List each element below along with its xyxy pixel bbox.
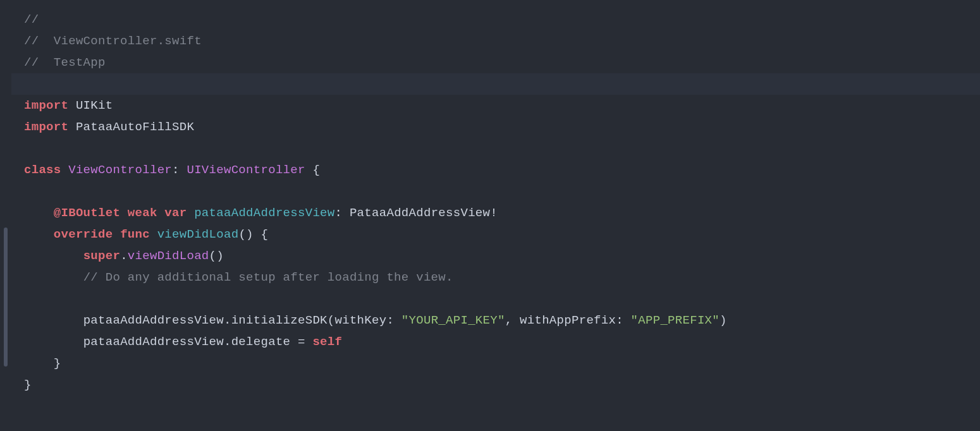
punctuation: :: [172, 163, 180, 177]
super-class: UIViewController: [187, 163, 305, 177]
module-name: PataaAutoFillSDK: [76, 120, 194, 134]
code-line: import PataaAutoFillSDK: [24, 116, 980, 138]
code-line: pataaAddAddressView.initializeSDK(withKe…: [24, 310, 980, 331]
code-line: // ViewController.swift: [24, 30, 980, 52]
identifier: pataaAddAddressView: [83, 313, 224, 327]
function-name: viewDidLoad: [157, 228, 239, 241]
editor-gutter: [0, 0, 11, 431]
brace: }: [24, 378, 32, 392]
comment-text: //: [24, 13, 39, 27]
code-line: class ViewController: UIViewController {: [24, 159, 980, 181]
code-content[interactable]: // // ViewController.swift // TestApp im…: [11, 0, 980, 431]
punctuation: :: [335, 206, 343, 220]
brace: {: [305, 163, 320, 177]
comma: ,: [505, 313, 520, 327]
keyword-self: self: [312, 335, 342, 349]
keyword: import: [24, 120, 68, 134]
scroll-indicator[interactable]: [4, 228, 8, 367]
comment-text: // ViewController.swift: [24, 34, 202, 48]
dot: .: [224, 335, 231, 349]
brace: }: [54, 356, 61, 370]
code-line: import UIKit: [24, 95, 980, 116]
brace: {: [254, 228, 268, 241]
string-literal: "APP_PREFIX": [631, 313, 720, 327]
comment-text: // Do any additional setup after loading…: [83, 270, 453, 284]
code-line: [24, 138, 980, 159]
code-line: [24, 181, 980, 202]
keyword: override: [54, 228, 113, 241]
property-access: delegate: [231, 335, 291, 349]
keyword: weak: [128, 206, 157, 220]
keyword: import: [24, 99, 68, 112]
parens: (): [209, 249, 224, 263]
method-call: initializeSDK: [231, 313, 328, 327]
code-line: //: [24, 9, 980, 30]
property-name: pataaAddAddressView: [194, 206, 334, 220]
identifier: pataaAddAddressView: [83, 335, 224, 349]
class-name: ViewController: [68, 163, 172, 177]
text: [68, 99, 76, 112]
code-line: super.viewDidLoad(): [24, 245, 980, 267]
code-editor[interactable]: // // ViewController.swift // TestApp im…: [0, 0, 980, 431]
keyword: class: [24, 163, 61, 177]
method-call: viewDidLoad: [128, 249, 209, 263]
text: [68, 120, 76, 134]
keyword: var: [164, 206, 187, 220]
code-line: override func viewDidLoad() {: [24, 224, 980, 245]
code-line-highlighted: [11, 73, 980, 95]
attribute: @IBOutlet: [54, 206, 120, 220]
comment-text: // TestApp: [24, 56, 106, 70]
code-line: pataaAddAddressView.delegate = self: [24, 331, 980, 353]
param-label: withKey:: [335, 313, 395, 327]
paren: (: [328, 313, 335, 327]
paren: ): [720, 313, 727, 327]
keyword-super: super: [83, 249, 121, 263]
code-line: @IBOutlet weak var pataaAddAddressView: …: [24, 202, 980, 224]
code-line: [24, 288, 980, 310]
code-line: }: [24, 374, 980, 396]
module-name: UIKit: [76, 99, 113, 112]
dot: .: [120, 249, 128, 263]
parens: (): [238, 228, 253, 241]
code-line: // TestApp: [24, 52, 980, 73]
type-name: PataaAddAddressView!: [350, 206, 498, 220]
param-label: withAppPrefix:: [520, 313, 623, 327]
keyword: func: [120, 228, 150, 241]
code-line: // Do any additional setup after loading…: [24, 267, 980, 288]
code-line: }: [24, 353, 980, 374]
equals: =: [290, 335, 312, 349]
dot: .: [224, 313, 231, 327]
string-literal: "YOUR_API_KEY": [401, 313, 505, 327]
